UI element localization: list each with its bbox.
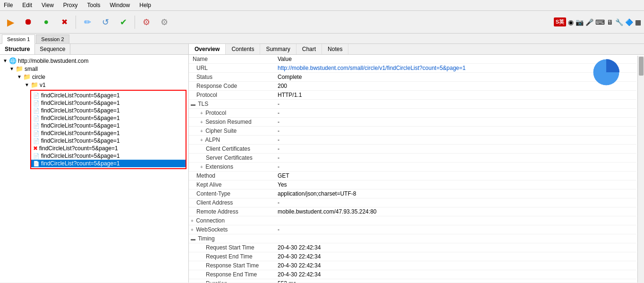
- section-tls-name[interactable]: ▬ TLS: [189, 100, 274, 109]
- menu-window[interactable]: Window: [108, 1, 132, 9]
- tls-extensions-name[interactable]: + Extensions: [189, 163, 274, 172]
- circle-toggle: ▼: [17, 74, 22, 79]
- root-label: http://mobile.bwstudent.com: [18, 58, 88, 64]
- scrollbar[interactable]: [637, 56, 644, 283]
- list-item-2[interactable]: 📄 findCircleList?count=5&page=1: [31, 99, 186, 107]
- menu-proxy[interactable]: Proxy: [61, 1, 80, 9]
- field-response-code-value: 200: [274, 82, 636, 91]
- small-toggle: ▼: [9, 66, 14, 71]
- doc-icon-9: 📄: [33, 153, 40, 159]
- session-tab-2[interactable]: Session 2: [36, 34, 69, 43]
- tree-root[interactable]: ▼ 🌐 http://mobile.bwstudent.com: [2, 57, 186, 65]
- tab-chart[interactable]: Chart: [297, 44, 322, 54]
- tls-protocol-name[interactable]: + Protocol: [189, 109, 274, 118]
- menu-view[interactable]: View: [40, 1, 56, 9]
- tls-cipher-name[interactable]: + Cipher Suite: [189, 127, 274, 136]
- menu-file[interactable]: File: [2, 1, 15, 9]
- toolbar-clear-btn[interactable]: ●: [39, 15, 54, 30]
- field-url-name: URL: [189, 64, 274, 73]
- scrollbar-thumb[interactable]: [639, 57, 644, 76]
- tray-icon-3[interactable]: 🎤: [585, 18, 593, 26]
- tree-small[interactable]: ▼ 📁 small: [2, 65, 186, 73]
- menu-tools[interactable]: Tools: [85, 1, 102, 9]
- field-req-start-value: 20-4-30 22:42:34: [274, 243, 636, 252]
- timing-minus-icon: ▬: [191, 236, 195, 241]
- field-duration-value: 553 ms: [274, 279, 636, 283]
- menu-help[interactable]: Help: [137, 1, 153, 9]
- timing-label: Timing: [198, 235, 215, 242]
- field-client-addr-value: -: [274, 198, 636, 207]
- tls-alpn-label: ALPN: [205, 137, 220, 143]
- tls-alpn-value: -: [274, 136, 636, 145]
- toolbar-check-btn[interactable]: ✔: [116, 15, 131, 30]
- tab-summary[interactable]: Summary: [260, 44, 296, 54]
- tray-icon-1[interactable]: ◉: [568, 18, 574, 26]
- tab-overview[interactable]: Overview: [189, 44, 226, 54]
- toolbar-separator-1: [76, 16, 76, 29]
- tab-contents[interactable]: Contents: [226, 44, 260, 54]
- toolbar: ▶ ⏺ ● ✖ ✏ ↺ ✔ ⚙ ⚙ S英 ◉ 📷 🎤 ⌨ 🖥 🔧 🔷 ▦: [0, 11, 644, 34]
- doc-icon-3: 📄: [33, 108, 40, 114]
- tls-alpn-name[interactable]: + ALPN: [189, 136, 274, 145]
- tls-server-certs-name: Server Certificates: [189, 154, 274, 163]
- tray-icon-2[interactable]: 📷: [576, 18, 584, 26]
- tls-session-resumed-name[interactable]: + Session Resumed: [189, 118, 274, 127]
- item-2-label: findCircleList?count=5&page=1: [41, 100, 120, 106]
- toolbar-start-btn[interactable]: ▶: [3, 15, 18, 30]
- list-item-1[interactable]: 📄 findCircleList?count=5&page=1: [31, 92, 186, 99]
- tray-icon-7[interactable]: 🔷: [625, 18, 633, 26]
- tree-v1[interactable]: ▼ 📁 v1: [2, 81, 186, 89]
- field-client-addr-name: Client Address: [189, 198, 274, 207]
- list-item-7[interactable]: 📄 findCircleList?count=5&page=1: [31, 137, 186, 145]
- tab-sequence[interactable]: Sequence: [35, 44, 70, 54]
- tray-icon-4[interactable]: ⌨: [595, 18, 605, 26]
- toolbar-refresh-btn[interactable]: ↺: [98, 15, 113, 30]
- tls-cipher-plus-icon: +: [200, 129, 203, 134]
- doc-icon-5: 📄: [33, 123, 40, 129]
- menubar: File Edit View Proxy Tools Window Help: [0, 0, 644, 11]
- tray-icon-5[interactable]: 🖥: [607, 18, 613, 26]
- session-tab-1[interactable]: Session 1: [2, 34, 35, 44]
- item-9-label: findCircleList?count=5&page=1: [41, 153, 120, 159]
- section-timing-name[interactable]: ▬ Timing: [189, 234, 274, 243]
- field-method-value: GET: [274, 172, 636, 180]
- list-item-3[interactable]: 📄 findCircleList?count=5&page=1: [31, 107, 186, 114]
- list-item-9[interactable]: 📄 findCircleList?count=5&page=1: [31, 152, 186, 160]
- item-4-label: findCircleList?count=5&page=1: [41, 115, 120, 121]
- toolbar-stop-btn[interactable]: ✖: [57, 15, 72, 30]
- list-item-10-selected[interactable]: 📄 findCircleList?count=5&page=1: [31, 160, 186, 167]
- tls-client-certs-value: -: [274, 145, 636, 154]
- tray-icon-8[interactable]: ▦: [635, 18, 641, 26]
- tab-notes[interactable]: Notes: [322, 44, 348, 54]
- tree-circle[interactable]: ▼ 📁 circle: [2, 73, 186, 81]
- field-url-value: http://mobile.bwstudent.com/small/circle…: [274, 64, 636, 73]
- tls-session-label: Session Resumed: [205, 119, 251, 125]
- field-remote-addr-name: Remote Address: [189, 207, 274, 216]
- section-tls-value: -: [274, 100, 636, 109]
- tab-structure[interactable]: Structure: [0, 44, 35, 54]
- v1-toggle: ▼: [25, 82, 29, 87]
- toolbar-record-btn[interactable]: ⏺: [21, 15, 36, 30]
- list-item-4[interactable]: 📄 findCircleList?count=5&page=1: [31, 114, 186, 122]
- section-connection-name[interactable]: + Connection: [189, 216, 274, 225]
- list-item-6[interactable]: 📄 findCircleList?count=5&page=1: [31, 129, 186, 137]
- list-item-5[interactable]: 📄 findCircleList?count=5&page=1: [31, 122, 186, 129]
- toolbar-gear-btn[interactable]: ⚙: [157, 15, 172, 30]
- field-protocol-name: Protocol: [189, 91, 274, 100]
- menu-edit[interactable]: Edit: [20, 1, 34, 9]
- connection-label: Connection: [196, 217, 225, 224]
- doc-icon-10: 📄: [33, 161, 40, 167]
- list-item-8-error[interactable]: ✖ findCircleList?count=5&page=1: [31, 145, 186, 152]
- tls-session-plus-icon: +: [200, 120, 203, 125]
- toolbar-settings-btn[interactable]: ⚙: [139, 15, 154, 30]
- toolbar-edit-btn[interactable]: ✏: [80, 15, 95, 30]
- tray-icon-6[interactable]: 🔧: [615, 18, 623, 26]
- section-websockets-name[interactable]: + WebSockets: [189, 225, 274, 234]
- field-req-end-name: Request End Time: [189, 252, 274, 261]
- tls-extensions-value: -: [274, 163, 636, 172]
- root-toggle: ▼: [3, 58, 8, 63]
- websockets-plus-icon: +: [191, 227, 194, 232]
- tls-server-certs-value: -: [274, 154, 636, 163]
- app-container: File Edit View Proxy Tools Window Help ▶…: [0, 0, 644, 283]
- left-tabs-bar: Structure Sequence: [0, 44, 188, 55]
